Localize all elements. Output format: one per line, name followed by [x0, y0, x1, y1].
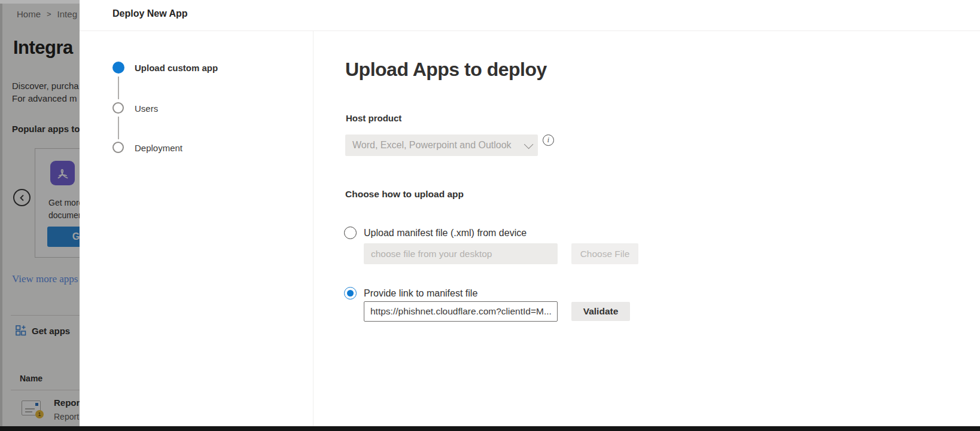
info-icon[interactable]: i: [543, 135, 554, 146]
page-description-line2: For advanced m: [12, 93, 77, 103]
validate-button[interactable]: Validate: [571, 302, 630, 321]
breadcrumb-current: Integ: [57, 9, 77, 19]
popular-apps-label: Popular apps to: [12, 124, 80, 134]
manifest-url-input[interactable]: [364, 301, 558, 322]
host-product-value: Word, Excel, Powerpoint and Outlook: [352, 140, 512, 151]
step-label-users[interactable]: Users: [135, 103, 158, 114]
breadcrumb-home-link[interactable]: Home: [17, 9, 41, 19]
deploy-new-app-panel: Deploy New App Upload custom app Users D…: [80, 0, 980, 426]
step-indicator-upload-custom-app: [112, 62, 124, 74]
choose-file-button[interactable]: Choose File: [571, 243, 638, 264]
radio-provide-link[interactable]: [344, 287, 357, 299]
choose-how-label: Choose how to upload app: [345, 189, 464, 200]
screen: Home > Integ Integra Discover, purcha Fo…: [0, 0, 980, 431]
steps-content-divider: [313, 31, 314, 426]
view-more-apps-link[interactable]: View more apps: [12, 273, 78, 285]
adobe-acrobat-icon: [50, 161, 75, 185]
step-label-upload-custom-app[interactable]: Upload custom app: [135, 63, 218, 73]
table-row-subtitle: Report: [54, 412, 79, 421]
report-app-icon: 1: [22, 401, 41, 415]
table-row-title[interactable]: Repor: [54, 398, 80, 408]
file-path-input[interactable]: [364, 243, 558, 264]
panel-header-divider: [80, 30, 980, 31]
form-heading: Upload Apps to deploy: [345, 59, 547, 81]
step-label-deployment[interactable]: Deployment: [135, 143, 182, 153]
card-text-line2: documen: [48, 210, 83, 220]
step-connector: [118, 77, 119, 99]
chevron-down-icon: [524, 139, 534, 149]
carousel-previous-button[interactable]: [13, 189, 31, 206]
get-apps-label: Get apps: [32, 326, 70, 336]
get-apps-button[interactable]: Get apps: [15, 325, 70, 337]
chevron-left-icon: [18, 194, 26, 202]
step-connector: [118, 117, 119, 139]
apps-add-icon: [15, 325, 27, 337]
breadcrumb-separator-icon: >: [47, 10, 51, 19]
bottom-bar: [0, 426, 980, 431]
host-product-dropdown[interactable]: Word, Excel, Powerpoint and Outlook: [345, 135, 538, 156]
radio-upload-manifest-label[interactable]: Upload manifest file (.xml) from device: [364, 228, 526, 239]
page-description-line1: Discover, purcha: [12, 81, 79, 91]
card-text-line1: Get more: [48, 198, 83, 207]
radio-provide-link-label[interactable]: Provide link to manifest file: [364, 288, 477, 299]
radio-upload-manifest-file[interactable]: [344, 227, 357, 239]
window-edge: [0, 4, 2, 426]
step-indicator-users: [112, 102, 124, 114]
panel-title: Deploy New App: [112, 8, 188, 19]
table-name-header[interactable]: Name: [20, 374, 42, 383]
breadcrumb: Home > Integ: [17, 9, 77, 19]
host-product-label: Host product: [346, 113, 401, 123]
page-title: Integra: [13, 37, 73, 59]
step-indicator-deployment: [112, 142, 124, 153]
notification-badge: 1: [35, 410, 44, 418]
